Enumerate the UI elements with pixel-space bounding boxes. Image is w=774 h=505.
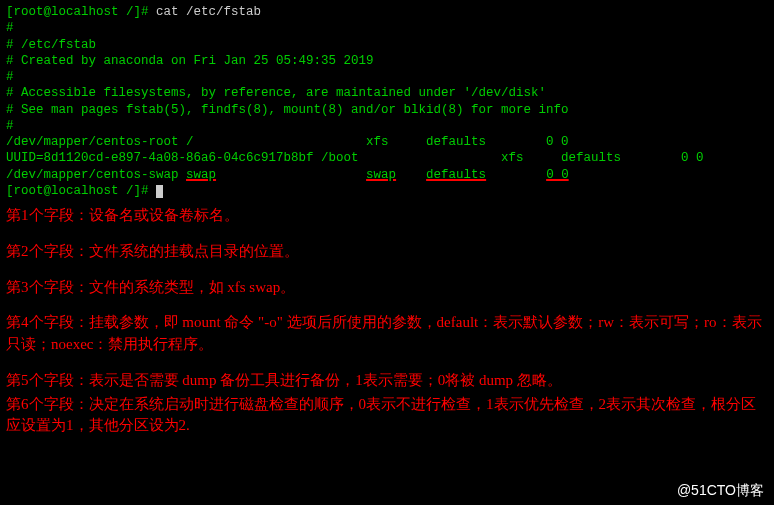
fstab3-mid3	[486, 168, 546, 182]
field-5: 第5个字段：表示是否需要 dump 备份工具进行备份，1表示需要；0将被 dum…	[6, 370, 768, 392]
fstab3-defaults: defaults	[426, 168, 486, 182]
prompt-bracket-open: [	[6, 5, 14, 19]
field-3: 第3个字段：文件的系统类型，如 xfs swap。	[6, 277, 768, 299]
prompt2-userhost: root@localhost	[14, 184, 119, 198]
field-1: 第1个字段：设备名或设备卷标名。	[6, 205, 768, 227]
prompt2-path: /	[119, 184, 134, 198]
prompt-userhost: root@localhost	[14, 5, 119, 19]
output-seeman: # See man pages fstab(5), findfs(8), mou…	[6, 102, 768, 118]
prompt-line-2[interactable]: [root@localhost /]#	[6, 183, 768, 199]
output-etc: # /etc/fstab	[6, 37, 768, 53]
fstab-line-1: /dev/mapper/centos-root / xfs defaults 0…	[6, 134, 768, 150]
prompt-line-1: [root@localhost /]# cat /etc/fstab	[6, 4, 768, 20]
watermark: @51CTO博客	[677, 481, 764, 499]
output-hash1: #	[6, 20, 768, 36]
fstab-line-3: /dev/mapper/centos-swap swap swap defaul…	[6, 167, 768, 183]
prompt-bracket-close: ]#	[134, 5, 149, 19]
fstab3-pre: /dev/mapper/centos-swap	[6, 168, 186, 182]
command-text: cat /etc/fstab	[149, 5, 262, 19]
prompt2-bracket-close: ]#	[134, 184, 149, 198]
fstab3-mid1	[216, 168, 366, 182]
prompt-path: /	[119, 5, 134, 19]
fstab3-mid2	[396, 168, 426, 182]
annotations-block: 第1个字段：设备名或设备卷标名。 第2个字段：文件系统的挂载点目录的位置。 第3…	[6, 205, 768, 437]
prompt2-bracket-open: [	[6, 184, 14, 198]
fstab3-zero: 0 0	[546, 168, 569, 182]
output-hash3: #	[6, 118, 768, 134]
field-2: 第2个字段：文件系统的挂载点目录的位置。	[6, 241, 768, 263]
terminal-output: [root@localhost /]# cat /etc/fstab # # /…	[6, 4, 768, 199]
output-created: # Created by anaconda on Fri Jan 25 05:4…	[6, 53, 768, 69]
fstab-line-2: UUID=8d1120cd-e897-4a08-86a6-04c6c917b8b…	[6, 150, 768, 166]
output-accessible: # Accessible filesystems, by reference, …	[6, 85, 768, 101]
output-hash2: #	[6, 69, 768, 85]
cursor	[156, 185, 163, 198]
field-4: 第4个字段：挂载参数，即 mount 命令 "-o" 选项后所使用的参数，def…	[6, 312, 768, 356]
field-6: 第6个字段：决定在系统启动时进行磁盘检查的顺序，0表示不进行检查，1表示优先检查…	[6, 394, 768, 438]
fstab3-swap1: swap	[186, 168, 216, 182]
fstab3-swap2: swap	[366, 168, 396, 182]
